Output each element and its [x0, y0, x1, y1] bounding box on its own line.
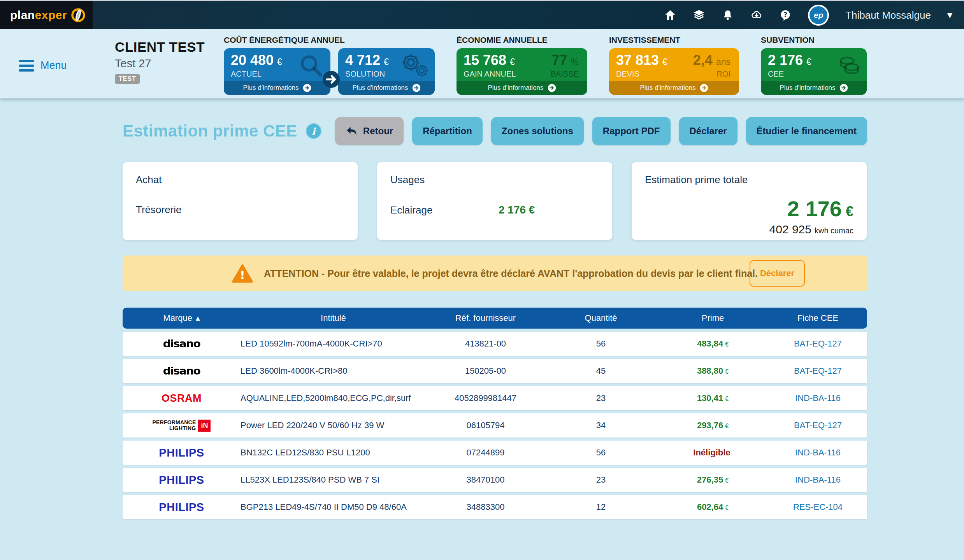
cell-intitule: LL523X LED123S/840 PSD WB 7 SI	[241, 475, 426, 485]
table-row: disano LED 3600lm-4000K-CRI>80 150205-00…	[123, 359, 867, 383]
header-prime[interactable]: Prime	[657, 313, 769, 323]
arrow-circle-icon	[839, 84, 848, 92]
table-header: Marque Intitulé Réf. fournisseur Quantit…	[123, 308, 867, 329]
more-info-link[interactable]: Plus d'informations	[457, 81, 587, 95]
usages-card: Usages Eclairage 2 176 €	[377, 162, 612, 240]
kpi-card-subvention: 2 176€ CEE Plus	[761, 48, 867, 95]
more-info-link[interactable]: Plus d'informations	[224, 81, 330, 95]
products-table: Marque Intitulé Réf. fournisseur Quantit…	[123, 308, 867, 519]
kpi-currency: €	[510, 57, 515, 67]
kpi-alt-unit: %	[571, 57, 579, 67]
header-fiche-cee[interactable]: Fiche CEE	[769, 313, 867, 323]
kpi-alt-label: ROI	[693, 70, 730, 79]
cell-intitule: BGP213 LED49-4S/740 II DM50 D9 48/60A	[241, 502, 426, 512]
menu-toggle[interactable]: Menu	[19, 60, 67, 72]
kpi-group-label: SUBVENTION	[761, 35, 867, 45]
user-avatar[interactable]	[808, 5, 829, 26]
gears-icon	[399, 52, 430, 80]
more-info-link[interactable]: Plus d'informations	[609, 81, 739, 95]
kpi-group-label: COÛT ÉNERGÉTIQUE ANNUEL	[224, 35, 435, 45]
brand-logo-philips: PHILIPS	[159, 474, 204, 486]
brand-logo-performance-in-lighting: PERFORMANCELIGHTING iN	[153, 420, 211, 432]
fiche-cee-link[interactable]: RES-EC-104	[793, 502, 843, 512]
cell-intitule: BN132C LED12S/830 PSU L1200	[241, 448, 426, 458]
retour-button[interactable]: Retour	[335, 117, 404, 145]
header-ref-fournisseur[interactable]: Réf. fournisseur	[426, 313, 545, 323]
fiche-cee-link[interactable]: IND-BA-116	[795, 393, 841, 403]
more-info-link[interactable]: Plus d'informations	[338, 81, 435, 95]
cell-ref: 150205-00	[426, 366, 545, 376]
more-info-label: Plus d'informations	[488, 84, 543, 92]
more-info-link[interactable]: Plus d'informations	[761, 81, 867, 95]
cell-prime: 388,80€	[657, 366, 769, 376]
kpi-alt-label: BAISSE	[551, 70, 579, 79]
cell-ref: 413821-00	[426, 339, 545, 349]
test-badge: TEST	[115, 74, 140, 84]
fiche-cee-link[interactable]: BAT-EQ-127	[794, 420, 842, 430]
tresorerie-label[interactable]: Trésorerie	[136, 204, 344, 216]
prime-totale-number: 2 176	[787, 196, 842, 221]
repartition-button[interactable]: Répartition	[412, 117, 483, 145]
user-name[interactable]: Thibaut Mossalgue	[845, 9, 931, 21]
etudier-financement-button[interactable]: Étudier le financement	[746, 117, 867, 145]
kpi-currency: €	[384, 57, 389, 67]
kpi-sublabel: ACTUEL	[231, 70, 282, 79]
header-marque[interactable]: Marque	[123, 313, 241, 323]
prime-totale-currency: €	[846, 203, 853, 219]
logo-wordmark: planexper	[10, 9, 67, 22]
zones-solutions-button[interactable]: Zones solutions	[491, 117, 584, 145]
cell-ref: 38470100	[426, 475, 545, 485]
fiche-cee-link[interactable]: BAT-EQ-127	[794, 366, 842, 376]
cloud-download-icon[interactable]	[750, 9, 763, 21]
user-menu-caret-icon[interactable]	[947, 11, 952, 19]
kpi-card-investissement: 37 813€ DEVIS 2,4ans ROI Plus d'informat…	[609, 48, 739, 95]
arrow-circle-icon	[303, 84, 311, 92]
help-icon[interactable]: ?	[779, 9, 792, 21]
header-quantite[interactable]: Quantité	[545, 313, 657, 323]
cell-prime: 276,35€	[657, 475, 769, 485]
home-icon[interactable]	[664, 9, 676, 21]
warning-banner: ! ATTENTION - Pour être valable, le proj…	[123, 256, 867, 291]
retour-label: Retour	[363, 126, 393, 136]
header-intitule[interactable]: Intitulé	[241, 313, 426, 323]
kpi-sublabel: GAIN ANNUEL	[464, 70, 516, 79]
usage-row[interactable]: Eclairage 2 176 €	[390, 204, 599, 216]
kwh-unit: kwh cumac	[815, 226, 853, 235]
brand-logo-disano: disano	[163, 338, 200, 350]
page-title: Estimation prime CEE	[123, 122, 297, 140]
arrow-circle-icon	[700, 84, 708, 92]
kpi-currency: €	[662, 57, 667, 67]
svg-text:?: ?	[783, 11, 787, 18]
prime-totale-card: Estimation prime totale 2 176€ 402 925kw…	[632, 162, 867, 240]
top-navbar: planexper ? Thibaut Mossalgu	[0, 0, 964, 29]
info-icon[interactable]	[306, 123, 321, 139]
kwh-cumac-line: 402 925kwh cumac	[645, 223, 853, 236]
app-logo[interactable]: planexper	[0, 1, 93, 29]
kpi-value: 4 712	[345, 52, 380, 68]
kpi-sublabel: DEVIS	[616, 70, 667, 79]
banner-declarer-button[interactable]: Déclarer	[750, 260, 805, 287]
usage-value: 2 176 €	[499, 204, 535, 216]
kpi-group-label: INVESTISSEMENT	[609, 35, 739, 45]
cell-quantite: 45	[545, 366, 657, 376]
notifications-bell-icon[interactable]	[722, 9, 734, 21]
back-arrow-icon	[346, 125, 358, 137]
kpi-alt-value: 2,4	[693, 52, 713, 68]
rapport-pdf-button[interactable]: Rapport PDF	[592, 117, 671, 145]
declarer-button[interactable]: Déclarer	[679, 117, 737, 145]
warning-text: ATTENTION - Pour être valable, le projet…	[264, 268, 758, 279]
cell-quantite: 23	[545, 475, 657, 485]
kpi-group-economie: ÉCONOMIE ANNUELLE 15 768€ GAIN ANNUEL 77…	[457, 35, 587, 95]
cell-ref: 07244899	[426, 448, 545, 458]
table-row: PERFORMANCELIGHTING iN Power LED 220/240…	[123, 413, 867, 438]
fiche-cee-link[interactable]: IND-BA-116	[795, 475, 841, 485]
fiche-cee-link[interactable]: BAT-EQ-127	[794, 339, 842, 348]
achat-label[interactable]: Achat	[136, 174, 344, 186]
kpi-group-label: ÉCONOMIE ANNUELLE	[457, 35, 587, 45]
fiche-cee-link[interactable]: IND-BA-116	[795, 448, 841, 457]
client-block: CLIENT TEST Test 27 TEST	[115, 39, 205, 84]
kpi-value: 15 768	[464, 52, 506, 68]
client-name: CLIENT TEST	[115, 39, 205, 55]
cell-quantite: 23	[545, 393, 657, 403]
layers-icon[interactable]	[693, 9, 705, 21]
